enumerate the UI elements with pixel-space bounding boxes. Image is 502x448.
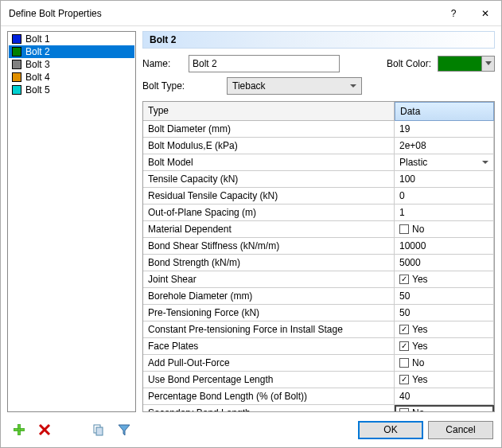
property-value[interactable]: 40 <box>395 388 494 404</box>
value-text: 19 <box>399 123 410 134</box>
titlebar: Define Bolt Properties ? ✕ <box>1 1 501 26</box>
property-grid: Type Data Bolt Diameter (mm)19Bolt Modul… <box>142 101 495 412</box>
table-row: Secondary Bond LengthNo <box>143 405 494 411</box>
table-row: Percentage Bond Length (% (of Bolt))40 <box>143 388 494 405</box>
table-row: Residual Tensile Capacity (kN)0 <box>143 188 494 205</box>
list-item[interactable]: Bolt 4 <box>9 71 134 84</box>
help-button[interactable]: ? <box>438 1 469 26</box>
property-label: Percentage Bond Length (% (of Bolt)) <box>143 388 395 404</box>
main-panel: Bolt 2 Name: Bolt Color: Bolt Type: <box>142 31 495 412</box>
bolt-list[interactable]: Bolt 1Bolt 2Bolt 3Bolt 4Bolt 5 <box>7 31 136 412</box>
checkbox-icon <box>399 375 409 384</box>
bolt-type-value: Tieback <box>232 80 266 92</box>
checkbox-label: No <box>412 357 424 368</box>
property-label: Bolt Modulus,E (kPa) <box>143 138 395 154</box>
svg-rect-8 <box>96 427 103 435</box>
checkbox-icon <box>399 325 409 334</box>
copy-button[interactable] <box>91 423 106 437</box>
toolbar <box>12 423 131 437</box>
property-value[interactable]: 10000 <box>395 238 494 254</box>
checkbox-label: Yes <box>412 374 428 385</box>
value-text: Plastic <box>399 157 427 168</box>
table-row: Use Bond Percentage LengthYes <box>143 372 494 388</box>
property-value[interactable]: 0 <box>395 188 494 204</box>
dialog-define-bolt-properties: Define Bolt Properties ? ✕ Bolt 1Bolt 2B… <box>0 0 502 448</box>
bolt-type-combo[interactable]: Tieback <box>227 77 362 95</box>
checkbox-icon <box>399 275 409 284</box>
property-label: Residual Tensile Capacity (kN) <box>143 188 395 204</box>
property-value[interactable]: 5000 <box>395 255 494 271</box>
property-value[interactable]: 2e+08 <box>395 138 494 154</box>
property-value[interactable]: Yes <box>395 372 494 388</box>
property-value[interactable]: Yes <box>395 271 494 287</box>
property-label: Face Plates <box>143 338 395 354</box>
table-row: Pre-Tensioning Force (kN)50 <box>143 305 494 321</box>
property-value[interactable]: No <box>395 405 494 411</box>
property-value[interactable]: 1 <box>395 205 494 220</box>
table-row: Bolt Diameter (mm)19 <box>143 121 494 138</box>
filter-button[interactable] <box>117 423 131 437</box>
name-input[interactable] <box>189 55 340 72</box>
property-label: Bolt Model <box>143 154 395 170</box>
checkbox-label: Yes <box>412 341 428 352</box>
color-swatch-icon <box>12 85 21 95</box>
col-header-data[interactable]: Data <box>395 102 494 121</box>
filter-icon <box>118 423 130 436</box>
property-label: Borehole Diameter (mm) <box>143 288 395 304</box>
color-label: Bolt Color: <box>387 58 431 69</box>
list-item[interactable]: Bolt 3 <box>9 58 134 71</box>
property-label: Constant Pre-tensioning Force in Install… <box>143 321 395 337</box>
list-item[interactable]: Bolt 1 <box>9 33 134 45</box>
property-label: Material Dependent <box>143 221 395 237</box>
list-item-label: Bolt 3 <box>25 59 50 70</box>
value-text: 0 <box>399 190 405 201</box>
delete-button[interactable] <box>37 423 52 437</box>
group-title: Bolt 2 <box>150 34 176 45</box>
table-row: Face PlatesYes <box>143 338 494 355</box>
type-label: Bolt Type: <box>142 80 190 92</box>
table-row: Bolt Modulus,E (kPa)2e+08 <box>143 138 494 154</box>
property-value[interactable]: 100 <box>395 171 494 187</box>
value-text: 2e+08 <box>399 140 426 151</box>
color-swatch-icon <box>12 47 21 56</box>
svg-marker-9 <box>119 425 130 435</box>
property-label: Bond Strength (kN/m) <box>143 255 395 271</box>
add-icon <box>13 423 25 436</box>
list-item[interactable]: Bolt 2 <box>9 45 134 58</box>
value-text: 50 <box>399 290 410 302</box>
row-name: Name: Bolt Color: <box>142 55 495 72</box>
value-text: 5000 <box>399 257 421 268</box>
help-icon: ? <box>451 8 457 19</box>
list-item-label: Bolt 1 <box>25 33 50 45</box>
checkbox-icon <box>399 341 409 351</box>
bolt-color-picker[interactable] <box>438 56 495 72</box>
checkbox-icon <box>399 224 409 234</box>
row-type: Bolt Type: Tieback <box>142 77 495 95</box>
close-icon: ✕ <box>481 8 489 19</box>
cancel-button[interactable]: Cancel <box>428 421 493 439</box>
list-item[interactable]: Bolt 5 <box>9 84 134 96</box>
value-text: 50 <box>399 307 410 318</box>
property-value[interactable]: No <box>395 355 494 371</box>
property-value[interactable]: No <box>395 221 494 237</box>
name-label: Name: <box>142 58 182 69</box>
chevron-down-icon <box>481 56 494 71</box>
group-header: Bolt 2 <box>142 31 495 49</box>
property-value[interactable]: 50 <box>395 305 494 321</box>
property-value[interactable]: Yes <box>395 338 494 354</box>
close-button[interactable]: ✕ <box>469 1 501 26</box>
add-button[interactable] <box>12 423 26 437</box>
property-value[interactable]: Plastic <box>395 154 494 170</box>
value-text: 1 <box>399 207 405 218</box>
property-value[interactable]: 19 <box>395 121 494 137</box>
color-swatch-icon <box>12 60 21 69</box>
table-row: Borehole Diameter (mm)50 <box>143 288 494 305</box>
property-value[interactable]: 50 <box>395 288 494 304</box>
property-label: Bolt Diameter (mm) <box>143 121 395 137</box>
list-item-label: Bolt 5 <box>25 84 50 95</box>
col-header-type[interactable]: Type <box>143 102 395 121</box>
ok-button[interactable]: OK <box>358 421 423 439</box>
property-value[interactable]: Yes <box>395 321 494 337</box>
checkbox-icon <box>399 358 409 368</box>
color-swatch-icon <box>12 72 21 82</box>
